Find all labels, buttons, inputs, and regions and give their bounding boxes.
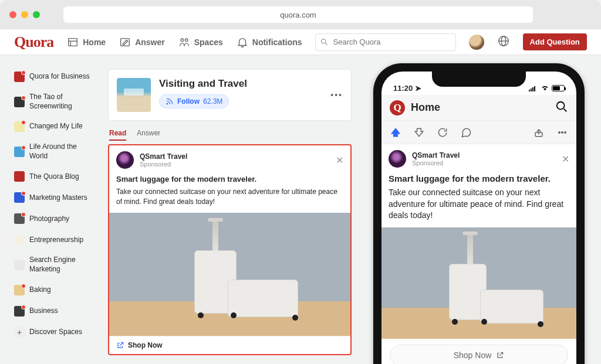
svg-point-17	[562, 131, 563, 133]
sponsored-ad-card[interactable]: QSmart Travel Sponsored ✕ Smart luggage …	[108, 144, 352, 355]
sidebar-item-label: Discover Spaces	[29, 328, 82, 337]
sidebar-item-tao[interactable]: The Tao of Screenwriting	[14, 90, 96, 113]
phone-notch	[432, 72, 526, 87]
url-bar[interactable]: quora.com	[63, 6, 533, 23]
minimize-window-icon[interactable]	[21, 11, 28, 18]
quora-logo[interactable]: Quora	[14, 33, 53, 51]
svg-point-18	[565, 131, 566, 133]
quora-logo-icon[interactable]: Q	[390, 100, 405, 115]
external-link-icon	[496, 351, 504, 359]
sidebar-item-label: Quora for Business	[29, 72, 90, 81]
space-icon	[14, 234, 25, 245]
nav-answer[interactable]: Answer	[119, 36, 165, 49]
ad-cta-label: Shop Now	[128, 341, 163, 349]
more-menu-button[interactable]: •••	[330, 90, 343, 100]
language-button[interactable]	[497, 35, 510, 49]
advertiser-name: QSmart Travel	[140, 152, 187, 161]
sidebar-item-label: Business	[29, 307, 58, 316]
sidebar-item-label: Entrepreneurship	[29, 236, 83, 245]
sidebar-item-photography[interactable]: Photography	[14, 211, 96, 226]
sidebar-item-business[interactable]: Business	[14, 304, 96, 319]
ad-headline: Smart luggage for the modern traveler.	[109, 172, 350, 186]
nav-answer-label: Answer	[135, 38, 165, 47]
phone-header-title: Home	[411, 101, 549, 114]
phone-search-button[interactable]	[555, 100, 568, 115]
sidebar-item-quora-business[interactable]: Quora for Business	[14, 69, 96, 84]
space-icon	[14, 147, 25, 157]
ad-image	[109, 213, 350, 336]
avatar[interactable]	[469, 35, 484, 50]
upvote-icon[interactable]	[390, 127, 401, 138]
browser-chrome: quora.com	[0, 0, 601, 29]
space-icon	[14, 306, 25, 317]
sidebar-item-label: Marketing Masters	[29, 193, 87, 203]
phone-cta-button[interactable]: Shop Now	[390, 345, 568, 364]
sidebar-item-quora-blog[interactable]: The Quora Blog	[14, 169, 96, 184]
share-icon[interactable]	[533, 127, 545, 138]
nav-home[interactable]: Home	[66, 36, 106, 49]
nav-spaces[interactable]: Spaces	[178, 36, 223, 49]
phone-toolbar	[381, 121, 576, 144]
downvote-icon[interactable]	[413, 127, 425, 138]
signal-icon	[529, 86, 538, 91]
maximize-window-icon[interactable]	[33, 11, 40, 18]
advertiser-name: QSmart Travel	[412, 151, 460, 159]
phone-ad-card[interactable]: QSmart Travel Sponsored ✕ Smart luggage …	[381, 144, 576, 364]
tab-answer[interactable]: Answer	[137, 127, 160, 141]
battery-icon	[552, 85, 565, 91]
sidebar-item-entrepreneurship[interactable]: Entrepreneurship	[14, 232, 96, 247]
ad-image	[381, 227, 576, 339]
close-icon[interactable]: ✕	[336, 155, 343, 166]
ad-description: Take our connected suitcase on your next…	[381, 186, 576, 227]
close-window-icon[interactable]	[9, 11, 16, 18]
suitcase-lying-icon	[480, 290, 543, 324]
close-icon[interactable]: ✕	[562, 154, 569, 165]
sidebar-item-label: The Quora Blog	[29, 172, 79, 182]
svg-rect-0	[69, 38, 77, 46]
space-icon	[14, 97, 25, 107]
sidebar-item-marketing[interactable]: Marketing Masters	[14, 190, 96, 205]
add-question-button[interactable]: Add Question	[523, 33, 587, 50]
people-icon	[178, 36, 191, 49]
space-icon	[14, 192, 25, 203]
space-icon	[14, 171, 25, 182]
sidebar-item-label: Photography	[29, 215, 69, 224]
sidebar-item-life-world[interactable]: Life Around the World	[14, 140, 96, 163]
sidebar-discover-spaces[interactable]: +Discover Spaces	[14, 325, 96, 340]
search-box[interactable]	[315, 33, 456, 51]
svg-point-11	[167, 103, 168, 104]
svg-line-7	[325, 43, 327, 45]
follow-button[interactable]: Follow 62.3M	[159, 94, 229, 108]
nav-notifications[interactable]: Notifications	[236, 36, 302, 49]
external-link-icon	[116, 341, 124, 349]
sidebar-item-baking[interactable]: Baking	[14, 283, 96, 298]
top-nav: Quora Home Answer Spaces Notifications A…	[0, 29, 601, 55]
phone-mockup: 11:20 ➤ Q Home QSmart Trav	[373, 63, 585, 364]
plus-icon: +	[14, 327, 25, 338]
home-icon	[66, 36, 79, 49]
sidebar: Quora for Business The Tao of Screenwrit…	[14, 69, 96, 361]
sidebar-item-changed-life[interactable]: Changed My Life	[14, 119, 96, 134]
sidebar-item-label: Changed My Life	[29, 122, 83, 131]
suitcase-lying-icon	[228, 280, 298, 317]
more-icon[interactable]	[556, 127, 568, 138]
topic-image	[117, 78, 151, 112]
location-icon: ➤	[415, 84, 421, 93]
svg-point-16	[559, 131, 561, 133]
phone-time: 11:20	[393, 84, 413, 93]
topic-header-card: Visiting and Travel Follow 62.3M •••	[108, 69, 352, 121]
follow-count: 62.3M	[203, 97, 222, 106]
wheel-icon	[538, 321, 543, 327]
phone-cta-label: Shop Now	[454, 351, 492, 360]
sidebar-item-label: Life Around the World	[29, 142, 96, 161]
space-icon	[14, 260, 25, 270]
sidebar-item-sem[interactable]: Search Engine Marketing	[14, 253, 96, 276]
search-input[interactable]	[315, 33, 456, 51]
tab-read[interactable]: Read	[109, 127, 126, 141]
space-icon	[14, 72, 25, 82]
topic-title: Visiting and Travel	[159, 78, 322, 90]
ad-cta-button[interactable]: Shop Now	[109, 336, 350, 354]
refresh-icon[interactable]	[437, 127, 448, 138]
wheel-icon	[292, 315, 298, 321]
comment-icon[interactable]	[460, 127, 472, 138]
